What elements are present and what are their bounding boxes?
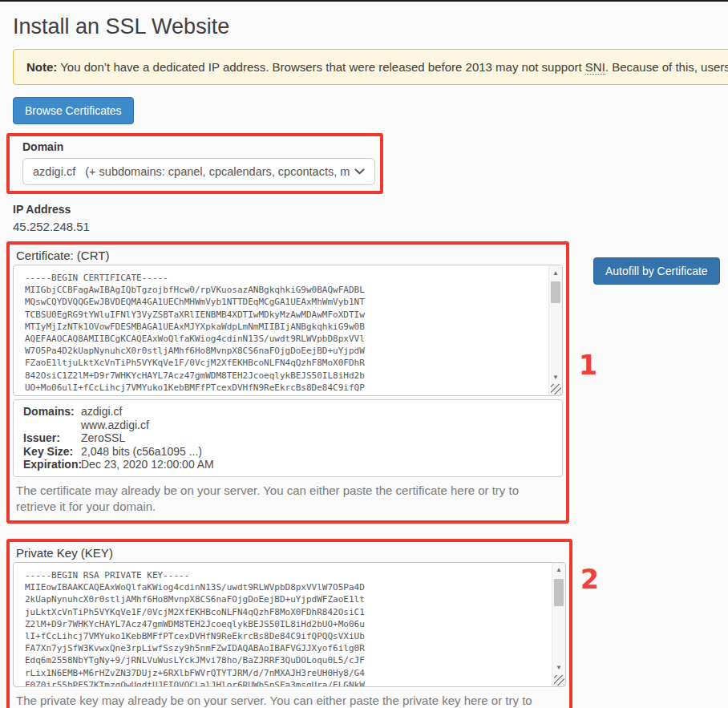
note-banner: Note: You don’t have a dedicated IP addr… xyxy=(13,49,728,85)
ssl-install-page: Install an SSL Website Note: You don’t h… xyxy=(0,0,728,708)
private-key-textarea[interactable]: -----BEGIN RSA PRIVATE KEY----- MIIEowIB… xyxy=(13,562,566,687)
resize-grip-icon[interactable] xyxy=(551,384,561,394)
sni-abbr: SNI xyxy=(585,60,605,75)
detail-row-domains: Domains: azdigi.cf www.azdigi.cf xyxy=(23,405,552,431)
top-divider xyxy=(0,0,728,2)
certificate-details-panel: Domains: azdigi.cf www.azdigi.cf Issuer:… xyxy=(13,399,563,477)
detail-label: Key Size: xyxy=(23,445,81,459)
note-text: You don’t have a dedicated IP address. B… xyxy=(57,60,584,74)
private-key-label: Private Key (KEY) xyxy=(13,544,566,562)
certificate-scrollbar[interactable]: ▲ ▼ xyxy=(548,265,562,395)
detail-label: Domains: xyxy=(23,405,81,431)
page-title: Install an SSL Website xyxy=(13,14,728,39)
ip-address-label: IP Address xyxy=(13,201,728,217)
certificate-helper-text: The certificate may already be on your s… xyxy=(13,483,563,516)
certificate-label: Certificate: (CRT) xyxy=(13,247,563,265)
detail-row-issuer: Issuer: ZeroSSL xyxy=(23,431,552,445)
scrollbar-thumb[interactable] xyxy=(551,281,560,303)
ip-address-value: 45.252.248.51 xyxy=(13,220,728,233)
note-text-suffix: . Because of this, users may xyxy=(605,60,728,74)
annotation-number-1: 1 xyxy=(579,350,597,381)
domain-select[interactable]: azdigi.cf (+ subdomains: cpanel, cpcalen… xyxy=(22,158,375,185)
scroll-up-icon[interactable]: ▲ xyxy=(549,266,562,279)
private-key-annotation-box: Private Key (KEY) -----BEGIN RSA PRIVATE… xyxy=(6,539,572,708)
browse-certificates-button[interactable]: Browse Certificates xyxy=(13,97,134,124)
autofill-by-certificate-button[interactable]: Autofill by Certificate xyxy=(593,257,720,285)
domain-select-value: azdigi.cf (+ subdomains: cpanel, cpcalen… xyxy=(33,165,350,178)
chevron-down-icon xyxy=(354,168,365,175)
resize-grip-icon[interactable] xyxy=(554,675,564,686)
detail-value: 2,048 bits (c56a1095 ...) xyxy=(81,445,552,459)
detail-value: Dec 23, 2020 12:00:00 AM xyxy=(81,458,552,471)
private-key-text: -----BEGIN RSA PRIVATE KEY----- MIIEowIB… xyxy=(14,563,565,687)
detail-row-expiration: Expiration: Dec 23, 2020 12:00:00 AM xyxy=(23,458,552,471)
annotation-number-2: 2 xyxy=(580,564,599,595)
certificate-annotation-box: Certificate: (CRT) -----BEGIN CERTIFICAT… xyxy=(6,241,569,524)
certificate-text: -----BEGIN CERTIFICATE----- MIIGbjCCBFag… xyxy=(14,265,562,396)
domain-annotation-box: Domain azdigi.cf (+ subdomains: cpanel, … xyxy=(6,133,383,194)
scroll-down-icon[interactable]: ▼ xyxy=(549,370,562,383)
scroll-up-icon[interactable]: ▲ xyxy=(552,564,565,577)
private-key-scrollbar[interactable]: ▲ ▼ xyxy=(552,563,565,686)
scroll-down-icon[interactable]: ▼ xyxy=(552,661,565,674)
detail-row-key-size: Key Size: 2,048 bits (c56a1095 ...) xyxy=(23,445,552,459)
note-label: Note: xyxy=(26,60,57,74)
private-key-helper-text: The private key may already be on your s… xyxy=(13,693,566,708)
detail-label: Issuer: xyxy=(23,431,81,445)
detail-value: ZeroSSL xyxy=(81,431,552,445)
scrollbar-thumb[interactable] xyxy=(554,579,564,606)
domain-label: Domain xyxy=(16,139,374,155)
certificate-textarea[interactable]: -----BEGIN CERTIFICATE----- MIIGbjCCBFag… xyxy=(13,265,563,396)
detail-value: azdigi.cf www.azdigi.cf xyxy=(81,405,552,431)
detail-label: Expiration: xyxy=(23,458,81,471)
